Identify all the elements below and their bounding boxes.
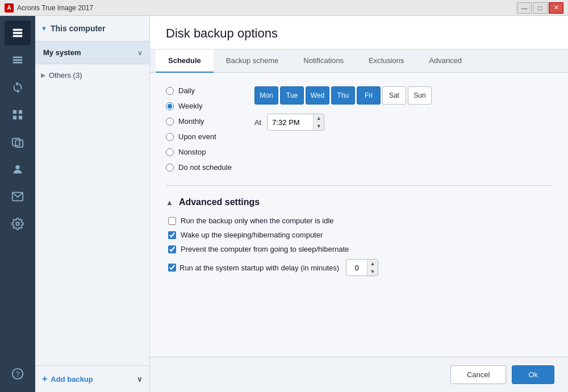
account-icon[interactable] bbox=[5, 157, 31, 182]
checkbox-idle-only-label: Run the backup only when the computer is… bbox=[181, 216, 334, 225]
help-icon[interactable]: ? bbox=[5, 361, 31, 386]
svg-rect-2 bbox=[13, 35, 23, 37]
radio-upon-event-label: Upon event bbox=[178, 132, 216, 141]
checkbox-idle-only[interactable]: Run the backup only when the computer is… bbox=[168, 216, 552, 225]
radio-no-schedule-label: Do not schedule bbox=[178, 163, 232, 172]
sidebar-this-computer-label: This computer bbox=[51, 24, 105, 33]
svg-rect-8 bbox=[13, 116, 16, 119]
add-backup-button[interactable]: + Add backup ∨ bbox=[35, 365, 149, 392]
titlebar: A Acronis True Image 2017 — □ ✕ bbox=[0, 0, 568, 16]
cancel-button[interactable]: Cancel bbox=[450, 365, 506, 384]
frequency-radio-list: Daily Weekly Monthly Upon event bbox=[166, 86, 232, 172]
schedule-options: Daily Weekly Monthly Upon event bbox=[166, 86, 552, 172]
svg-rect-3 bbox=[13, 57, 23, 59]
close-button[interactable]: ✕ bbox=[549, 2, 563, 14]
sidebar-others[interactable]: ▶ Others (3) bbox=[35, 64, 149, 86]
dialog-footer: Cancel Ok bbox=[150, 357, 568, 392]
radio-daily-input[interactable] bbox=[166, 87, 174, 95]
time-up-button[interactable]: ▲ bbox=[314, 114, 324, 122]
radio-no-schedule[interactable]: Do not schedule bbox=[166, 163, 232, 172]
checkbox-wake-up-label: Wake up the sleeping/hibernating compute… bbox=[181, 231, 323, 239]
checkbox-idle-only-input[interactable] bbox=[168, 217, 176, 225]
checkbox-startup-delay: Run at the system startup with delay (in… bbox=[168, 259, 552, 276]
day-wed[interactable]: Wed bbox=[306, 86, 329, 105]
svg-rect-5 bbox=[13, 62, 23, 64]
settings-icon[interactable] bbox=[5, 211, 31, 236]
delay-input-wrap: ▲ ▼ bbox=[346, 259, 378, 276]
checkbox-prevent-sleep-input[interactable] bbox=[168, 245, 176, 253]
svg-rect-7 bbox=[19, 110, 22, 114]
at-label: At bbox=[254, 118, 261, 127]
schedule-content: Daily Weekly Monthly Upon event bbox=[150, 73, 568, 357]
sync-icon[interactable] bbox=[5, 75, 31, 100]
delay-down-button[interactable]: ▼ bbox=[367, 268, 378, 276]
minimize-button[interactable]: — bbox=[517, 2, 532, 14]
delay-up-button[interactable]: ▲ bbox=[367, 260, 378, 268]
chevron-down-icon: ∨ bbox=[137, 49, 143, 57]
advanced-settings-title: Advanced settings bbox=[179, 197, 260, 207]
advanced-checkbox-list: Run the backup only when the computer is… bbox=[166, 216, 552, 276]
time-input[interactable] bbox=[268, 115, 313, 130]
day-sun[interactable]: Sun bbox=[408, 86, 432, 105]
layers-icon[interactable] bbox=[5, 48, 31, 73]
mail-icon[interactable] bbox=[5, 184, 31, 209]
day-tue[interactable]: Tue bbox=[280, 86, 304, 105]
delay-input[interactable] bbox=[346, 261, 367, 274]
day-thu[interactable]: Thu bbox=[331, 86, 355, 105]
checkbox-startup-delay-input[interactable] bbox=[168, 264, 176, 272]
sidebar-arrow: ▼ bbox=[41, 25, 47, 32]
radio-weekly[interactable]: Weekly bbox=[166, 102, 232, 110]
content-header: Disk backup options bbox=[150, 16, 568, 49]
svg-rect-6 bbox=[13, 110, 16, 114]
svg-point-14 bbox=[16, 222, 19, 226]
radio-upon-event-input[interactable] bbox=[166, 133, 174, 141]
others-arrow-icon: ▶ bbox=[41, 72, 45, 79]
day-mon[interactable]: Mon bbox=[254, 86, 278, 105]
restore-button[interactable]: □ bbox=[533, 2, 548, 14]
sidebar-panel: ▼ This computer My system ∨ ▶ Others (3)… bbox=[35, 16, 150, 392]
day-fri[interactable]: Fri bbox=[357, 86, 381, 105]
tab-notifications[interactable]: Notifications bbox=[291, 49, 356, 73]
clone-icon[interactable] bbox=[5, 130, 31, 155]
radio-monthly[interactable]: Monthly bbox=[166, 117, 232, 126]
apps-icon[interactable] bbox=[5, 102, 31, 127]
page-title: Disk backup options bbox=[166, 26, 552, 41]
radio-weekly-input[interactable] bbox=[166, 102, 174, 110]
tab-backup-scheme[interactable]: Backup scheme bbox=[214, 49, 291, 73]
checkbox-wake-up[interactable]: Wake up the sleeping/hibernating compute… bbox=[168, 231, 552, 239]
svg-text:?: ? bbox=[15, 370, 19, 378]
time-spinners: ▲ ▼ bbox=[313, 114, 324, 130]
advanced-settings-header: ▲ Advanced settings bbox=[166, 197, 552, 207]
checkbox-prevent-sleep[interactable]: Prevent the computer from going to sleep… bbox=[168, 245, 552, 253]
backup-icon[interactable] bbox=[5, 20, 31, 45]
sidebar-my-system[interactable]: My system ∨ bbox=[35, 41, 149, 64]
main-layout: ? ▼ This computer My system ∨ ▶ Others (… bbox=[0, 16, 568, 392]
delay-spinners: ▲ ▼ bbox=[367, 260, 378, 276]
tabs-bar: Schedule Backup scheme Notifications Exc… bbox=[150, 49, 568, 73]
app-title: Acronis True Image 2017 bbox=[17, 4, 517, 12]
radio-no-schedule-input[interactable] bbox=[166, 164, 174, 172]
radio-daily[interactable]: Daily bbox=[166, 86, 232, 95]
radio-daily-label: Daily bbox=[178, 86, 195, 95]
sidebar-rail: ? bbox=[0, 16, 35, 392]
sidebar-this-computer[interactable]: ▼ This computer bbox=[35, 16, 149, 41]
advanced-toggle-icon[interactable]: ▲ bbox=[166, 198, 173, 207]
day-sat[interactable]: Sat bbox=[382, 86, 406, 105]
time-input-wrap: ▲ ▼ bbox=[267, 114, 324, 131]
svg-rect-4 bbox=[13, 59, 23, 61]
radio-monthly-input[interactable] bbox=[166, 118, 174, 126]
radio-upon-event[interactable]: Upon event bbox=[166, 132, 232, 141]
svg-rect-0 bbox=[13, 29, 23, 31]
checkbox-wake-up-input[interactable] bbox=[168, 231, 176, 239]
others-label: Others (3) bbox=[49, 71, 82, 80]
ok-button[interactable]: Ok bbox=[512, 365, 554, 384]
section-divider bbox=[166, 185, 552, 186]
window-controls: — □ ✕ bbox=[517, 2, 563, 14]
radio-nonstop[interactable]: Nonstop bbox=[166, 148, 232, 156]
radio-nonstop-input[interactable] bbox=[166, 148, 174, 156]
tab-exclusions[interactable]: Exclusions bbox=[356, 49, 416, 73]
time-down-button[interactable]: ▼ bbox=[314, 122, 324, 130]
tab-schedule[interactable]: Schedule bbox=[156, 49, 214, 73]
tab-advanced[interactable]: Advanced bbox=[416, 49, 474, 73]
radio-monthly-label: Monthly bbox=[178, 117, 204, 126]
